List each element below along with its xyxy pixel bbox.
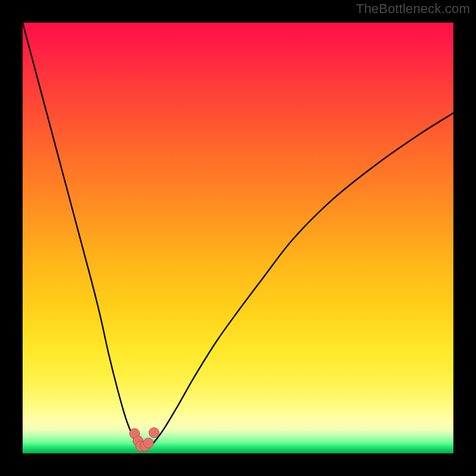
plot-area [23,23,453,453]
chart-frame: TheBottleneck.com [0,0,476,476]
curve-marker [149,428,159,438]
watermark-text: TheBottleneck.com [356,1,470,17]
curve-markers [130,428,159,451]
chart-svg [23,23,453,453]
bottleneck-curve [23,23,453,450]
curve-marker [143,438,154,448]
